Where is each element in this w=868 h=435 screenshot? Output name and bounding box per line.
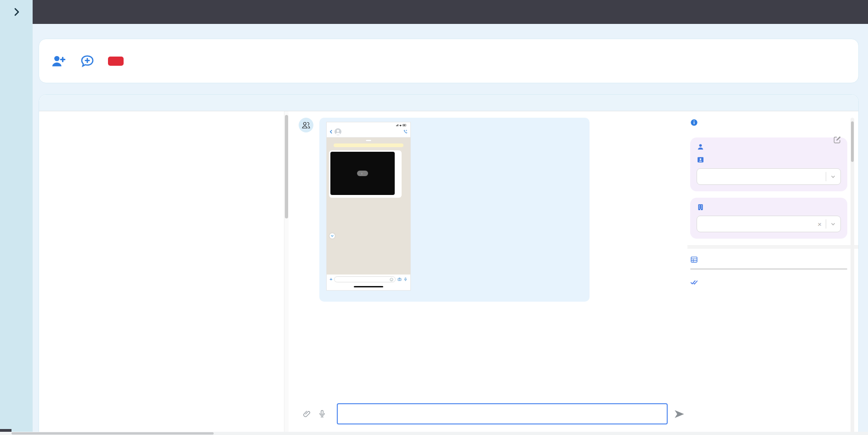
conversation-list-panel [39,111,289,435]
phone-message-bubble: ↓ [329,150,402,198]
content-area: ↓ [33,24,868,435]
message-composer [289,399,687,435]
tab-strip [39,95,858,111]
whatsapp-phone-screenshot: ↓ [326,122,411,291]
download-pill: ↓ [357,171,368,176]
main-area: ↓ [33,0,868,435]
phone-chat-area: ↓ [327,137,410,275]
scroll-down-button-icon [329,233,335,239]
chevron-right-icon [11,6,22,17]
download-arrow-icon: ↓ [361,172,363,175]
paperclip-icon[interactable] [302,409,312,419]
phone-contact-avatar [335,128,341,135]
encryption-notice [334,143,403,147]
top-header [33,0,868,24]
toolbar-card [39,39,859,83]
edit-client-icon[interactable] [833,135,842,144]
client-info-panel: × [687,111,858,435]
back-chevron-icon [329,130,333,134]
variables-table [690,269,847,269]
scrollbar-thumb[interactable] [285,115,288,218]
new-chat-button[interactable] [79,53,95,69]
conversation-list [39,111,289,435]
chatboard-app: ↓ [0,0,868,435]
image-attachment-bubble[interactable]: ↓ [319,118,590,302]
card-body: ↓ [39,111,858,435]
horizontal-scrollbar [0,432,868,435]
department-select[interactable]: × [697,216,841,232]
chevron-down-icon [830,221,836,227]
phone-chat-header [327,127,410,137]
video-thumbnail: ↓ [330,152,395,195]
chevron-down-icon [830,174,836,179]
conversations-card: ↓ [39,94,859,435]
operator-heading [697,143,841,151]
info-icon [690,119,698,126]
conversation-list-scrollbar [284,111,289,435]
assign-badge-icon [697,156,704,164]
phone-status-bar [327,122,410,127]
panel-scrollbar [851,118,854,435]
microphone-icon[interactable] [318,409,327,419]
double-check-icon [690,278,698,286]
phone-home-indicator [327,283,410,290]
composer-input[interactable] [337,403,668,424]
send-icon[interactable] [673,408,686,420]
mic-icon-small [403,277,408,281]
variables-heading [690,256,847,263]
building-icon [697,203,704,211]
phone-input-row: + [327,275,410,283]
phone-text-input [334,276,396,282]
incoming-attachment-row: ↓ [299,118,687,302]
people-icon [301,120,311,130]
assign-label-row [697,156,841,164]
signal-wifi-battery-icons [396,124,407,126]
camera-icon [397,277,402,281]
plus-icon: + [329,277,332,282]
client-info-heading [690,119,847,126]
scrollbar-thumb[interactable] [851,121,854,162]
department-heading [697,203,841,211]
department-section: × [690,198,847,239]
leave-all-chats-button[interactable] [108,57,124,66]
hebrew-messages [330,195,399,196]
clear-x-icon[interactable]: × [817,220,822,228]
date-pill [366,140,371,141]
operator-section [690,137,847,191]
sidebar-expand-button[interactable] [0,0,33,24]
section-divider [687,245,858,249]
other-chats-heading [690,278,847,286]
operator-person-icon [697,143,704,151]
chat-thread-panel: ↓ [289,111,687,435]
assign-select[interactable] [697,168,841,185]
contact-avatar [299,118,313,132]
add-contact-button[interactable] [51,53,67,69]
sidebar [0,0,33,435]
video-call-icon [403,130,408,134]
scrollbar-thumb[interactable] [11,432,214,435]
table-icon [690,256,698,263]
